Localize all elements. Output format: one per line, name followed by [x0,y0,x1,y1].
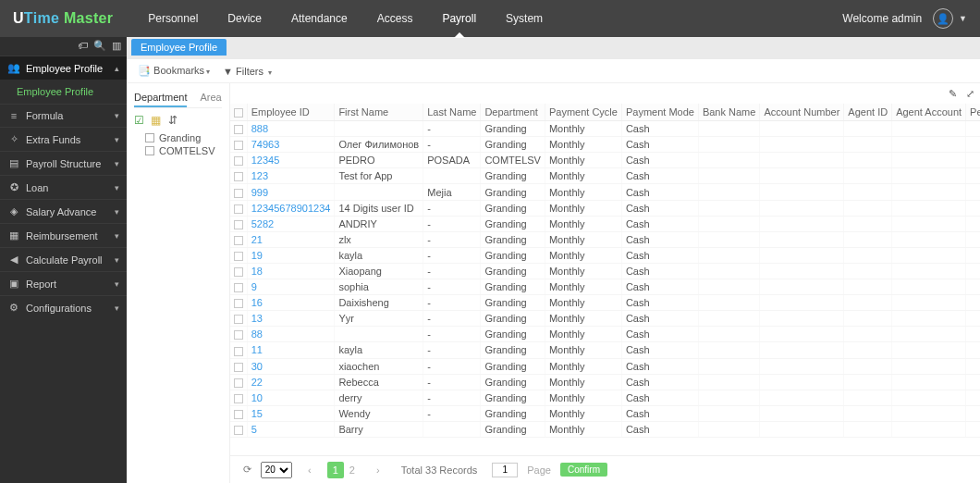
row-checkbox[interactable] [234,220,243,229]
row-checkbox[interactable] [234,330,243,340]
sidebar-item-configurations[interactable]: ⚙Configurations▾ [0,296,127,319]
row-checkbox[interactable] [234,267,243,277]
employee-id-link[interactable]: 13 [251,313,263,324]
filters-button[interactable]: ▼ Filters ▾ [223,66,272,77]
column-header[interactable]: Payment Cycle [545,104,621,121]
main-menu-personnel[interactable]: Personnel [133,0,213,37]
row-checkbox[interactable] [234,236,243,245]
pager-next-icon[interactable]: › [370,462,386,478]
row-checkbox[interactable] [234,252,243,261]
column-header[interactable]: Agent ID [844,104,892,121]
column-header[interactable]: Payment Mode [621,104,698,121]
row-checkbox[interactable] [234,410,243,419]
main-menu-device[interactable]: Device [213,0,276,37]
row-checkbox[interactable] [234,189,243,198]
page-number-input[interactable] [492,463,518,477]
employee-id-link[interactable]: 5282 [251,218,274,229]
row-checkbox[interactable] [234,394,243,403]
pager: ⟳ 20 ‹ 12 › Total 33 Records Page Confir… [230,455,980,483]
employee-id-link[interactable]: 12345 [251,155,280,166]
sidebar-item-loan[interactable]: ✪Loan▾ [0,176,127,199]
column-header[interactable]: Bank Name [698,104,759,121]
employee-id-link[interactable]: 74963 [251,139,280,150]
row-checkbox[interactable] [234,204,243,214]
checkbox-icon[interactable] [145,133,154,142]
employee-id-link[interactable]: 5 [251,424,257,435]
employee-id-link[interactable]: 9 [251,281,257,292]
employee-id-link[interactable]: 11 [251,344,263,355]
employee-id-link[interactable]: 888 [251,123,268,134]
tree-hierarchy-icon[interactable]: ⇵ [168,114,178,127]
sidebar-subitem-employee-profile[interactable]: Employee Profile [17,83,127,100]
sidebar-item-calculate-payroll[interactable]: ◀Calculate Payroll▾ [0,248,127,271]
column-header[interactable]: Personnel ID [966,104,980,121]
sidebar-item-formula[interactable]: ≡Formula▾ [0,105,127,127]
main-menu-attendance[interactable]: Attendance [276,0,362,37]
employee-id-link[interactable]: 30 [251,361,263,372]
row-checkbox[interactable] [234,172,243,181]
row-checkbox[interactable] [234,347,243,356]
column-header[interactable]: Last Name [423,104,481,121]
pager-confirm-button[interactable]: Confirm [560,463,607,477]
column-header[interactable]: Employee ID [247,104,335,121]
select-all-checkbox[interactable] [234,108,243,118]
employee-id-link[interactable]: 18 [251,266,263,277]
edit-icon[interactable]: ✎ [949,88,957,100]
pager-refresh-icon[interactable]: ⟳ [243,464,251,476]
employee-id-link[interactable]: 15 [251,408,263,419]
content-area: Employee Profile 📑 Bookmarks▾ ▼ Filters … [127,37,980,483]
row-checkbox[interactable] [234,125,243,134]
sidebar-item-report[interactable]: ▣Report▾ [0,272,127,295]
main-menu-access[interactable]: Access [362,0,428,37]
user-menu-caret-icon[interactable]: ▼ [959,14,967,23]
column-header[interactable]: Agent Account [892,104,966,121]
pager-page-1[interactable]: 1 [327,462,344,478]
row-checkbox[interactable] [234,141,243,150]
employee-id-link[interactable]: 16 [251,297,263,308]
employee-id-link[interactable]: 10 [251,392,263,403]
employee-id-link[interactable]: 88 [251,328,263,340]
employee-id-link[interactable]: 19 [251,250,263,261]
tag-icon[interactable]: 🏷 [78,40,88,53]
column-header[interactable]: First Name [335,104,423,121]
sidebar-item-payroll-structure[interactable]: ▤Payroll Structure▾ [0,152,127,175]
page-size-select[interactable]: 20 [261,462,292,478]
row-checkbox[interactable] [234,378,243,388]
employee-id-link[interactable]: 22 [251,377,263,388]
sidebar-item-reimbursement[interactable]: ▦Reimbursement▾ [0,224,127,247]
row-checkbox[interactable] [234,299,243,308]
search-icon[interactable]: 🔍 [93,40,106,53]
tree-tab-area[interactable]: Area [200,89,221,107]
pager-total: Total 33 Records [401,464,478,476]
bookmarks-button[interactable]: 📑 Bookmarks▾ [138,65,210,77]
employee-id-link[interactable]: 999 [251,187,268,198]
tree-node[interactable]: COMTELSV [134,144,222,157]
row-checkbox[interactable] [234,363,243,372]
tree-tab-department[interactable]: Department [134,89,187,107]
sidebar-item-extra-funds[interactable]: ✧Extra Funds▾ [0,128,127,151]
employee-id-link[interactable]: 12345678901234 [251,203,331,214]
row-checkbox[interactable] [234,426,243,435]
tree-check-all-icon[interactable]: ☑ [134,114,144,127]
row-checkbox[interactable] [234,283,243,292]
tab-employee-profile[interactable]: Employee Profile [131,39,227,56]
sidebar-item-employee-profile[interactable]: 👥Employee Profile▴ [0,56,127,80]
checkbox-icon[interactable] [145,146,154,155]
row-checkbox[interactable] [234,315,243,324]
user-avatar-icon[interactable]: 👤 [933,8,953,29]
tree-org-icon[interactable]: ▦ [151,114,161,127]
collapse-icon[interactable]: ▥ [112,40,121,53]
sidebar-item-salary-advance[interactable]: ◈Salary Advance▾ [0,200,127,223]
column-header[interactable]: Account Number [760,104,844,121]
welcome-text: Welcome admin [842,12,922,25]
column-header[interactable]: Department [481,104,545,121]
row-checkbox[interactable] [234,156,243,166]
employee-id-link[interactable]: 21 [251,234,263,245]
expand-icon[interactable]: ⤢ [966,88,974,100]
pager-page-2[interactable]: 2 [344,462,361,478]
employee-id-link[interactable]: 123 [251,170,268,181]
main-menu-system[interactable]: System [491,0,557,37]
tree-node[interactable]: Granding [134,131,222,144]
pager-prev-icon[interactable]: ‹ [301,462,318,478]
main-menu-payroll[interactable]: Payroll [427,0,491,37]
